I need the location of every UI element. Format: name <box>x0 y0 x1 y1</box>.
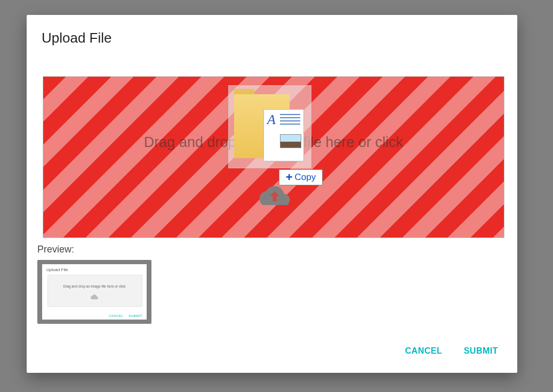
document-icon: A <box>263 109 304 161</box>
submit-button[interactable]: SUBMIT <box>454 341 508 361</box>
dialog-title: Upload File <box>27 15 517 56</box>
preview-mini-cancel: CANCEL <box>109 314 123 317</box>
copy-cursor-badge: + Copy <box>279 169 323 185</box>
file-dropzone[interactable]: Drag and drop an image file here or clic… <box>43 76 504 238</box>
copy-label: Copy <box>295 172 316 183</box>
cloud-upload-icon <box>259 185 291 205</box>
preview-mini-dialog: Upload File Drag and drop an image file … <box>42 264 147 320</box>
dragged-file-ghost: A <box>228 85 311 168</box>
preview-label: Preview: <box>37 244 74 255</box>
preview-mini-title: Upload File <box>46 267 68 272</box>
dialog-actions: CANCEL SUBMIT <box>396 341 508 361</box>
preview-mini-submit: SUBMIT <box>129 314 142 317</box>
preview-mini-prompt: Drag and drop an image file here or clic… <box>42 284 147 288</box>
preview-thumbnail[interactable]: Upload File Drag and drop an image file … <box>37 260 151 324</box>
preview-mini-cloud-icon <box>91 294 98 300</box>
cancel-button[interactable]: CANCEL <box>396 341 452 361</box>
upload-file-dialog: Upload File Drag and drop an image file … <box>27 15 517 373</box>
